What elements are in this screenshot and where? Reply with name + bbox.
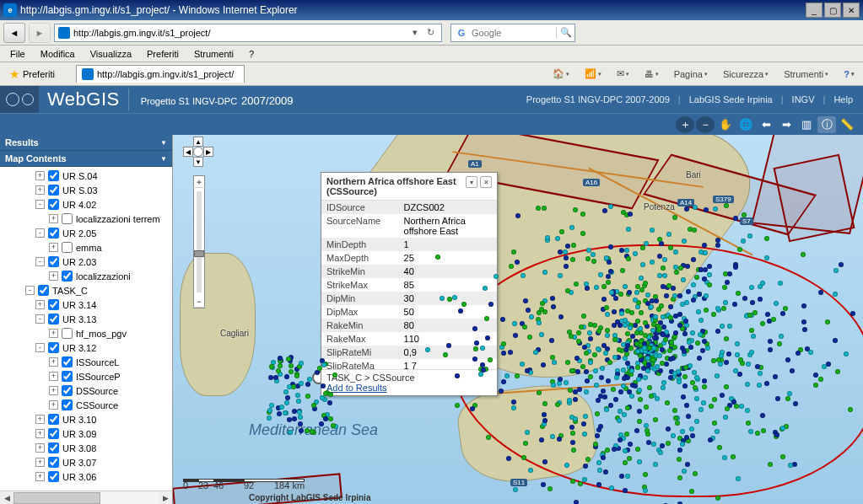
pan-center-button[interactable] <box>193 147 203 157</box>
popup-collapse-button[interactable]: ▾ <box>466 176 477 188</box>
url-dropdown-icon[interactable]: ▾ <box>407 27 423 38</box>
tree-toggle-icon[interactable]: + <box>35 300 45 309</box>
menu-edit[interactable]: Modifica <box>34 47 82 61</box>
tools-menu[interactable]: Strumenti▾ <box>779 67 833 81</box>
layer-visibility-checkbox[interactable] <box>48 442 59 453</box>
tree-toggle-icon[interactable]: + <box>35 472 45 481</box>
maximize-button[interactable]: ▢ <box>824 3 841 18</box>
layer-visibility-checkbox[interactable] <box>48 314 59 324</box>
popup-close-button[interactable]: ✕ <box>480 176 492 188</box>
tree-item[interactable]: +emma <box>2 240 170 255</box>
tree-toggle-icon[interactable]: + <box>35 171 45 180</box>
favorites-button[interactable]: ★ Preferiti <box>3 65 61 83</box>
results-panel-header[interactable]: Results ▼ <box>0 135 172 151</box>
tree-toggle-icon[interactable]: - <box>35 257 45 266</box>
scroll-left-icon[interactable]: ◀ <box>0 494 13 502</box>
tree-item[interactable]: -UR 2.05 <box>2 226 170 240</box>
tree-toggle-icon[interactable]: + <box>49 372 58 381</box>
tree-toggle-icon[interactable]: + <box>35 429 45 438</box>
tree-item[interactable]: +localizzazioni terrem <box>2 212 170 226</box>
browser-tab[interactable]: http://labgis.gm.ingv.it/s1_project/ <box>76 65 245 83</box>
tree-toggle-icon[interactable]: + <box>49 329 58 338</box>
tree-toggle-icon[interactable]: - <box>35 228 45 238</box>
layer-visibility-checkbox[interactable] <box>62 399 73 410</box>
popup-body[interactable]: IDSourceDZCS002SourceNameNorthern Africa… <box>321 201 497 369</box>
contents-panel-header[interactable]: Map Contents ▼ <box>0 151 172 167</box>
close-window-button[interactable]: ✕ <box>843 3 860 18</box>
search-field[interactable]: G 🔍 <box>450 24 575 42</box>
pan-east-button[interactable]: ▶ <box>203 147 213 157</box>
layer-visibility-checkbox[interactable] <box>38 285 49 296</box>
layer-tree[interactable]: +UR S.04+UR S.03-UR 4.02+localizzazioni … <box>0 167 172 491</box>
hdr-link-help[interactable]: Help <box>833 94 853 105</box>
layer-visibility-checkbox[interactable] <box>48 256 59 267</box>
mail-icon[interactable]: ✉▾ <box>612 67 634 81</box>
full-extent-tool[interactable]: 🌐 <box>736 116 755 133</box>
minimize-button[interactable]: _ <box>806 3 823 18</box>
pan-south-button[interactable]: ▼ <box>193 157 203 167</box>
tree-toggle-icon[interactable]: - <box>35 314 45 324</box>
hdr-link-labgis[interactable]: LabGIS Sede Irpinia <box>689 94 773 105</box>
zoom-out-button[interactable]: － <box>193 296 205 308</box>
tree-item[interactable]: +ISSourceP <box>2 369 170 383</box>
menu-tools[interactable]: Strumenti <box>187 47 240 61</box>
pan-west-button[interactable]: ◀ <box>183 147 193 157</box>
tree-item[interactable]: -UR 3.13 <box>2 312 170 326</box>
feed-icon[interactable]: 📶▾ <box>580 67 607 81</box>
prev-extent-tool[interactable]: ⬅ <box>757 116 775 133</box>
menu-file[interactable]: File <box>3 47 32 61</box>
pan-north-button[interactable]: ▲ <box>193 137 203 147</box>
layer-visibility-checkbox[interactable] <box>62 271 73 281</box>
hdr-link-ingv[interactable]: INGV <box>792 94 815 105</box>
measure-tool[interactable]: 📏 <box>838 116 856 133</box>
tree-item[interactable]: +DSSource <box>2 383 170 398</box>
tree-item[interactable]: +UR 3.09 <box>2 426 170 441</box>
tree-toggle-icon[interactable]: - <box>35 200 45 209</box>
tree-toggle-icon[interactable]: - <box>25 286 35 295</box>
tree-toggle-icon[interactable]: - <box>35 343 45 352</box>
zoom-thumb[interactable] <box>194 250 204 257</box>
layer-visibility-checkbox[interactable] <box>48 428 59 439</box>
layer-visibility-checkbox[interactable] <box>62 357 73 367</box>
layer-visibility-checkbox[interactable] <box>62 242 73 253</box>
tree-item[interactable]: +UR 3.14 <box>2 298 170 312</box>
tree-item[interactable]: -UR 2.03 <box>2 255 170 269</box>
identify-tool[interactable]: ⓘ <box>817 116 836 133</box>
tree-item[interactable]: +UR 3.06 <box>2 469 170 484</box>
menu-favorites[interactable]: Preferiti <box>140 47 186 61</box>
tree-item[interactable]: +localizzazioni <box>2 269 170 283</box>
tree-item[interactable]: +CSSource <box>2 398 170 412</box>
pan-tool[interactable]: ✋ <box>716 116 735 133</box>
tree-toggle-icon[interactable]: + <box>49 271 58 281</box>
layer-visibility-checkbox[interactable] <box>48 471 59 482</box>
tree-item[interactable]: +UR 3.07 <box>2 455 170 469</box>
layer-visibility-checkbox[interactable] <box>48 185 59 196</box>
zoom-slider[interactable]: ＋ － <box>193 175 205 308</box>
tree-toggle-icon[interactable]: + <box>49 400 58 410</box>
tree-item[interactable]: +UR S.03 <box>2 183 170 197</box>
layer-visibility-checkbox[interactable] <box>62 385 73 396</box>
layer-visibility-checkbox[interactable] <box>48 457 59 468</box>
tree-item[interactable]: -TASK_C <box>2 283 170 298</box>
layer-visibility-checkbox[interactable] <box>48 170 59 181</box>
menu-view[interactable]: Visualizza <box>84 47 138 61</box>
zoom-out-tool[interactable]: － <box>696 116 715 133</box>
home-icon[interactable]: 🏠▾ <box>547 67 574 81</box>
zoom-in-tool[interactable]: ＋ <box>676 116 694 133</box>
tree-item[interactable]: -UR 4.02 <box>2 197 170 212</box>
forward-button[interactable]: ► <box>29 23 51 43</box>
search-input[interactable] <box>472 28 556 38</box>
tree-toggle-icon[interactable]: + <box>35 458 45 467</box>
url-field[interactable]: ▾ ↻ <box>54 24 442 42</box>
zoom-in-button[interactable]: ＋ <box>193 176 205 188</box>
tree-item[interactable]: +hf_mos_pgv <box>2 326 170 340</box>
layer-visibility-checkbox[interactable] <box>62 371 73 382</box>
next-extent-tool[interactable]: ➡ <box>777 116 796 133</box>
tree-item[interactable]: +UR 3.10 <box>2 412 170 426</box>
layer-visibility-checkbox[interactable] <box>48 299 59 310</box>
tree-item[interactable]: -UR 3.12 <box>2 340 170 355</box>
tree-item[interactable]: +UR 3.08 <box>2 441 170 455</box>
back-button[interactable]: ◄ <box>3 23 25 43</box>
layer-visibility-checkbox[interactable] <box>48 228 59 239</box>
print-icon[interactable]: 🖶▾ <box>639 67 664 81</box>
